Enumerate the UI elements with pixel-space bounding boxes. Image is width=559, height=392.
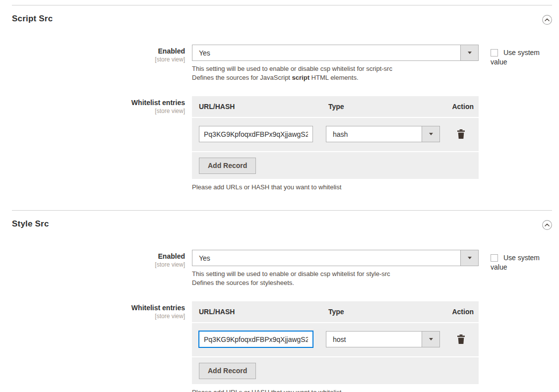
collapse-section-button[interactable] bbox=[542, 220, 552, 230]
chevron-down-icon bbox=[468, 52, 472, 54]
enabled-label: Enabled bbox=[12, 47, 185, 55]
help-line-2: Defines the sources for stylesheets. bbox=[192, 279, 479, 287]
use-system-checkbox[interactable] bbox=[491, 254, 498, 262]
trash-icon bbox=[457, 133, 465, 140]
enabled-select-value: Yes bbox=[199, 254, 210, 262]
whitelist-note: Please add URLs or HASH that you want to… bbox=[192, 389, 479, 392]
field-enabled: Enabled [store view] Yes This setting wi… bbox=[12, 250, 552, 287]
type-select-value: host bbox=[333, 336, 346, 343]
setting-help-text: This setting will be used to enable or d… bbox=[192, 64, 479, 82]
enabled-select[interactable]: Yes bbox=[192, 250, 479, 266]
setting-help-text: This setting will be used to enable or d… bbox=[192, 270, 479, 287]
help-line-2: Defines the sources for JavaScript scrip… bbox=[192, 73, 479, 82]
help-line-1: This setting will be used to enable or d… bbox=[192, 64, 479, 73]
chevron-down-icon bbox=[468, 257, 472, 259]
table-header-row: URL/HASH Type Action bbox=[192, 96, 479, 117]
whitelist-table: URL/HASH Type Action host bbox=[192, 301, 479, 384]
section-title: Script Src bbox=[12, 14, 53, 24]
trash-icon bbox=[457, 338, 465, 345]
column-header-type: Type bbox=[326, 102, 440, 112]
whitelist-table: URL/HASH Type Action hash bbox=[192, 96, 479, 179]
section-title: Style Src bbox=[12, 219, 49, 229]
chevron-up-circle-icon bbox=[542, 19, 552, 26]
field-enabled: Enabled [store view] Yes This setting wi… bbox=[12, 45, 552, 82]
table-row: host bbox=[192, 322, 479, 356]
column-header-action: Action bbox=[440, 307, 479, 317]
select-arrow-button[interactable] bbox=[422, 126, 439, 142]
whitelist-label: Whitelist entries bbox=[12, 304, 185, 312]
select-arrow-button[interactable] bbox=[422, 332, 439, 347]
enabled-select-value: Yes bbox=[199, 49, 210, 57]
store-view-scope: [store view] bbox=[12, 56, 185, 63]
table-header-row: URL/HASH Type Action bbox=[192, 301, 479, 322]
column-header-type: Type bbox=[326, 307, 440, 317]
whitelist-note: Please add URLs or HASH that you want to… bbox=[192, 183, 479, 191]
select-arrow-button[interactable] bbox=[460, 45, 478, 60]
add-record-button[interactable]: Add Record bbox=[199, 158, 256, 174]
use-system-value: Use system value bbox=[491, 45, 542, 67]
column-header-url-hash: URL/HASH bbox=[192, 307, 326, 317]
column-header-action: Action bbox=[440, 102, 479, 112]
section-header: Script Src bbox=[12, 14, 552, 25]
add-record-button[interactable]: Add Record bbox=[199, 363, 256, 379]
field-whitelist-entries: Whitelist entries [store view] URL/HASH … bbox=[12, 301, 552, 392]
store-view-scope: [store view] bbox=[12, 262, 185, 268]
column-header-url-hash: URL/HASH bbox=[192, 102, 326, 112]
store-view-scope: [store view] bbox=[12, 313, 185, 320]
whitelist-label: Whitelist entries bbox=[12, 99, 185, 107]
enabled-label: Enabled bbox=[12, 252, 185, 260]
delete-row-button[interactable] bbox=[457, 335, 465, 344]
type-select-value: hash bbox=[333, 130, 348, 138]
field-whitelist-entries: Whitelist entries [store view] URL/HASH … bbox=[12, 96, 552, 191]
enabled-select[interactable]: Yes bbox=[192, 45, 479, 61]
table-footer-row: Add Record bbox=[192, 151, 479, 179]
use-system-value: Use system value bbox=[491, 250, 542, 272]
collapse-section-button[interactable] bbox=[542, 15, 552, 25]
type-select[interactable]: host bbox=[326, 331, 440, 347]
table-row: hash bbox=[192, 117, 479, 151]
section-style-src: Style Src Enabled [store view] Yes bbox=[12, 210, 552, 392]
chevron-up-circle-icon bbox=[542, 224, 552, 231]
url-hash-input[interactable] bbox=[199, 126, 313, 142]
delete-row-button[interactable] bbox=[457, 129, 465, 139]
use-system-checkbox[interactable] bbox=[491, 49, 498, 56]
url-hash-input[interactable] bbox=[199, 331, 313, 347]
section-header: Style Src bbox=[12, 219, 552, 230]
select-arrow-button[interactable] bbox=[460, 250, 478, 266]
chevron-down-icon bbox=[429, 133, 433, 135]
chevron-down-icon bbox=[429, 338, 433, 340]
help-line-1: This setting will be used to enable or d… bbox=[192, 270, 479, 279]
table-footer-row: Add Record bbox=[192, 356, 479, 384]
type-select[interactable]: hash bbox=[326, 126, 440, 142]
section-script-src: Script Src Enabled [store view] Yes bbox=[12, 5, 552, 210]
store-view-scope: [store view] bbox=[12, 108, 185, 114]
